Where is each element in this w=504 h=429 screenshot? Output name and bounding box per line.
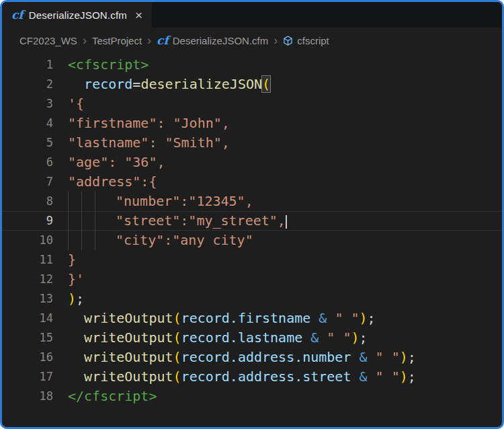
code-token: ; [408, 349, 416, 365]
code-line-9[interactable]: 9"street":"my_street", [2, 211, 502, 231]
line-number[interactable]: 18 [2, 387, 53, 406]
code-content[interactable]: }' [68, 270, 84, 289]
code-content[interactable]: <cfscript> [68, 55, 149, 75]
code-token: ) [360, 310, 368, 326]
line-number[interactable]: 7 [2, 172, 53, 192]
code-token: record.lastname [181, 329, 303, 346]
code-token: '{ [68, 95, 84, 112]
code-token: ) [400, 368, 408, 385]
text-cursor [286, 215, 287, 229]
breadcrumb: CF2023_WS›TestProject›cfDeserializeJSON.… [2, 28, 502, 53]
line-number[interactable]: 17 [2, 367, 53, 387]
breadcrumb-item-testproject[interactable]: TestProject [92, 35, 142, 46]
tab-deserializejson-cfm[interactable]: cf DeserializeJSON.cfm × [2, 2, 152, 28]
breadcrumb-item-cf2023-ws[interactable]: CF2023_WS [19, 35, 77, 46]
code-token: deserializeJSON [140, 76, 262, 92]
vscode-window: cf DeserializeJSON.cfm × CF2023_WS›TestP… [0, 0, 504, 429]
code-content[interactable]: writeOutput(record.lastname & " "); [68, 328, 368, 348]
code-line-18[interactable]: 18</cfscript> [2, 387, 502, 406]
code-line-4[interactable]: 4"firstname": "John", [2, 114, 502, 133]
close-icon[interactable]: × [135, 9, 142, 22]
code-token [68, 349, 84, 365]
line-number[interactable]: 10 [2, 231, 53, 250]
coldfusion-icon: cf [157, 35, 169, 46]
line-number[interactable]: 11 [2, 250, 53, 270]
code-content[interactable]: "street":"my_street", [68, 211, 287, 231]
code-line-15[interactable]: 15 writeOutput(record.lastname & " "); [2, 328, 502, 348]
code-line-13[interactable]: 13); [2, 289, 502, 309]
code-content[interactable]: '{ [68, 94, 84, 114]
line-number[interactable]: 15 [2, 328, 53, 348]
code-token: ( [173, 349, 181, 365]
code-content[interactable]: "age": "36", [68, 153, 165, 172]
line-number[interactable]: 13 [2, 289, 53, 309]
indent-guide [81, 231, 95, 250]
code-token [310, 310, 319, 326]
breadcrumb-item-cfscript[interactable]: cfscript [283, 35, 329, 46]
code-line-11[interactable]: 11} [2, 250, 502, 270]
code-token: "city":"any city" [116, 232, 253, 248]
code-line-12[interactable]: 12}' [2, 270, 502, 289]
line-number[interactable]: 14 [2, 309, 53, 328]
code-token [327, 310, 335, 326]
code-token: writeOutput [84, 349, 173, 365]
code-line-7[interactable]: 7"address":{ [2, 172, 502, 192]
code-content[interactable]: } [68, 250, 76, 270]
code-token: <cfscript> [68, 56, 149, 73]
indent-guide [95, 231, 108, 250]
code-line-2[interactable]: 2 record=deserializeJSON( [2, 75, 502, 94]
code-line-14[interactable]: 14 writeOutput(record.firstname & " "); [2, 309, 502, 328]
code-line-3[interactable]: 3'{ [2, 94, 502, 114]
code-content[interactable]: "firstname": "John", [68, 114, 230, 133]
line-number[interactable]: 5 [2, 133, 53, 153]
line-number[interactable]: 16 [2, 348, 53, 367]
code-token [68, 310, 84, 326]
code-token: </cfscript> [68, 388, 157, 404]
breadcrumb-separator: › [147, 34, 151, 46]
code-line-17[interactable]: 17 writeOutput(record.address.street & "… [2, 367, 502, 387]
code-content[interactable]: "city":"any city" [68, 231, 253, 250]
code-line-1[interactable]: 1<cfscript> [2, 55, 502, 75]
code-token: ( [173, 368, 181, 385]
code-token [351, 368, 359, 385]
code-content[interactable]: "address":{ [68, 172, 157, 192]
code-token: ( [173, 329, 181, 346]
code-token: ; [76, 290, 84, 307]
code-token: } [68, 251, 76, 268]
code-line-16[interactable]: 16 writeOutput(record.address.number & "… [2, 348, 502, 367]
indent-guide [81, 192, 95, 211]
line-number[interactable]: 9 [2, 211, 53, 231]
breadcrumb-item-deserializejson-cfm[interactable]: cfDeserializeJSON.cfm [157, 35, 268, 46]
code-token: " " [376, 349, 400, 365]
code-line-10[interactable]: 10"city":"any city" [2, 231, 502, 250]
indent-guide [68, 192, 81, 211]
code-line-8[interactable]: 8"number":"12345", [2, 192, 502, 211]
code-content[interactable]: "lastname": "Smith", [68, 133, 230, 153]
code-line-5[interactable]: 5"lastname": "Smith", [2, 133, 502, 153]
code-content[interactable]: writeOutput(record.address.number & " ")… [68, 348, 416, 367]
line-number[interactable]: 2 [2, 75, 53, 94]
line-number[interactable]: 6 [2, 153, 53, 172]
code-content[interactable]: writeOutput(record.firstname & " "); [68, 309, 376, 328]
line-number[interactable]: 4 [2, 114, 53, 133]
line-number[interactable]: 1 [2, 55, 53, 75]
line-number[interactable]: 12 [2, 270, 53, 289]
line-number[interactable]: 3 [2, 94, 53, 114]
code-token: ) [68, 290, 76, 307]
code-token: "number":"12345", [116, 193, 253, 209]
code-line-6[interactable]: 6"age": "36", [2, 153, 502, 172]
code-token: " " [327, 329, 351, 346]
code-token: ) [400, 349, 408, 365]
code-content[interactable]: </cfscript> [68, 387, 157, 406]
code-token: record.firstname [181, 310, 311, 326]
code-token [68, 329, 84, 346]
code-token: "age": "36", [68, 154, 165, 170]
code-content[interactable]: record=deserializeJSON( [68, 75, 270, 94]
code-editor[interactable]: 1<cfscript>2 record=deserializeJSON(3'{4… [2, 53, 502, 427]
code-token: " " [376, 368, 400, 385]
code-content[interactable]: writeOutput(record.address.street & " ")… [68, 367, 416, 387]
line-number[interactable]: 8 [2, 192, 53, 211]
code-content[interactable]: "number":"12345", [68, 192, 253, 211]
code-content[interactable]: ); [68, 289, 84, 309]
code-token: & [310, 329, 319, 346]
